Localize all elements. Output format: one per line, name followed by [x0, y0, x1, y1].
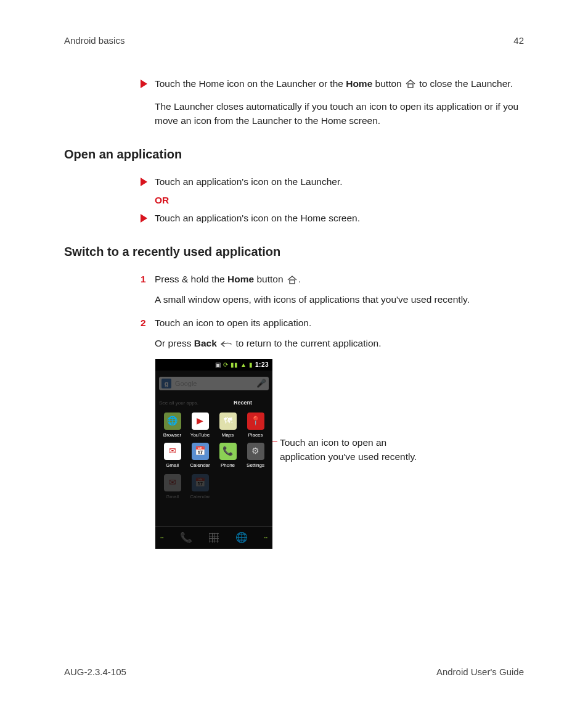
open-app-bullet-1: Touch an application's icon on the Launc… — [141, 174, 524, 189]
close-launcher-followup: The Launcher closes automatically if you… — [155, 99, 524, 128]
header-page-number: 42 — [513, 34, 524, 48]
dock-dots-icon: •• — [264, 534, 267, 541]
home-icon — [287, 276, 297, 284]
callout: Touch an icon to open an application you… — [272, 435, 434, 464]
phone-icon: 📞 — [219, 443, 237, 460]
text-fragment: Touch the Home icon on the Launcher or t… — [155, 78, 346, 89]
page-header: Android basics 42 — [64, 34, 524, 48]
dock-browser-icon: 🌐 — [235, 530, 248, 545]
text-fragment: Press & hold the — [155, 274, 227, 284]
maps-icon: 🗺 — [219, 413, 237, 430]
open-app-text-2: Touch an application's icon on the Home … — [155, 211, 524, 225]
phone-screenshot: ▣ ⟳ ▮▮ ▲ ▮ 1:23 g Google 🎤 See all your … — [155, 359, 272, 549]
footer-right: Android User's Guide — [436, 665, 524, 679]
mic-icon: 🎤 — [256, 377, 266, 390]
app-maps: 🗺Maps — [214, 413, 241, 439]
app-label: Phone — [221, 462, 235, 469]
close-launcher-bullet: Touch the Home icon on the Launcher or t… — [141, 76, 524, 91]
text-fragment: button — [372, 78, 404, 89]
browser-icon: 🌐 — [164, 413, 181, 430]
step-2: 2 Touch an icon to open its application. — [141, 316, 524, 330]
step-1-text: Press & hold the Home button . — [155, 272, 524, 286]
text-fragment: Or press — [155, 338, 194, 348]
app-calendar: 📅Calendar — [187, 443, 213, 469]
close-launcher-block: Touch the Home icon on the Launcher or t… — [141, 76, 524, 128]
red-triangle-icon — [141, 214, 147, 223]
gmail-icon: ✉ — [164, 443, 181, 460]
phone-statusbar: ▣ ⟳ ▮▮ ▲ ▮ 1:23 — [155, 359, 272, 371]
dock-dots-icon: •• — [160, 534, 164, 541]
document-page: Android basics 42 Touch the Home icon on… — [0, 0, 588, 706]
app-places: 📍Places — [242, 413, 269, 439]
app-label: Gmail — [166, 493, 179, 501]
app-label: YouTube — [190, 432, 210, 439]
status-battery-icon: ▮ — [249, 360, 253, 369]
text-fragment: . — [298, 274, 301, 284]
text-bold: Home — [346, 78, 372, 89]
heading-open-app: Open an application — [64, 145, 524, 163]
open-app-bullet-2: Touch an application's icon on the Home … — [141, 211, 524, 225]
app-dim-gmail: ✉Gmail — [159, 474, 186, 501]
header-section: Android basics — [64, 34, 125, 48]
app-dim-calendar: 📅Calendar — [187, 474, 213, 501]
app-settings: ⚙Settings — [242, 443, 269, 469]
recent-header: See all your apps. Recent — [159, 399, 269, 408]
or-label: OR — [155, 193, 524, 207]
calendar-icon: 📅 — [192, 474, 209, 491]
youtube-icon: ▶ — [192, 413, 209, 430]
open-app-block: Touch an application's icon on the Launc… — [141, 174, 524, 225]
footer-left: AUG-2.3.4-105 — [64, 665, 126, 679]
status-wifi-icon: ▲ — [240, 360, 247, 369]
gmail-icon: ✉ — [164, 474, 181, 491]
status-sync-icon: ⟳ — [223, 360, 228, 369]
callout-line — [272, 441, 277, 441]
settings-icon: ⚙ — [247, 443, 264, 460]
back-icon — [221, 340, 232, 348]
google-badge-icon: g — [161, 379, 171, 388]
status-icon: ▣ — [215, 360, 221, 369]
svg-rect-1 — [290, 280, 295, 284]
app-label: Calendar — [190, 462, 210, 469]
svg-rect-0 — [408, 84, 413, 88]
app-youtube: ▶YouTube — [187, 413, 213, 439]
step-number: 1 — [141, 272, 155, 286]
dim-apps-row: ✉Gmail 📅Calendar — [159, 474, 269, 501]
switch-app-block: 1 Press & hold the Home button . A small… — [141, 272, 524, 350]
step-number: 2 — [141, 316, 155, 330]
step-1-followup: A small window opens, with icons of appl… — [155, 292, 524, 306]
step-2-text: Touch an icon to open its application. — [155, 316, 524, 330]
app-label: Settings — [247, 462, 264, 469]
text-fragment: to return to the current application. — [233, 338, 381, 348]
close-launcher-text: Touch the Home icon on the Launcher or t… — [155, 76, 524, 91]
app-phone: 📞Phone — [214, 443, 241, 469]
recent-apps-grid: 🌐Browser ▶YouTube 🗺Maps 📍Places ✉Gmail 📅… — [159, 413, 269, 469]
phone-screenshot-area: ▣ ⟳ ▮▮ ▲ ▮ 1:23 g Google 🎤 See all your … — [155, 359, 524, 549]
app-browser: 🌐Browser — [159, 413, 186, 439]
search-placeholder: Google — [175, 379, 256, 389]
red-triangle-icon — [141, 178, 147, 186]
text-fragment: button — [254, 274, 286, 284]
app-gmail: ✉Gmail — [159, 443, 186, 469]
phone-body: g Google 🎤 See all your apps. Recent 🌐Br… — [155, 371, 272, 526]
callout-text: Touch an icon to open an application you… — [280, 435, 434, 464]
open-app-text-1: Touch an application's icon on the Launc… — [155, 174, 524, 189]
app-label: Gmail — [166, 462, 179, 469]
see-all-hint: See all your apps. — [159, 400, 198, 407]
home-icon — [406, 80, 415, 88]
status-signal-icon: ▮▮ — [231, 360, 238, 369]
text-bold: Back — [194, 338, 217, 348]
heading-switch-app: Switch to a recently used application — [64, 242, 524, 261]
places-icon: 📍 — [247, 413, 264, 430]
app-label: Browser — [163, 432, 181, 439]
text-fragment: to close the Launcher. — [417, 78, 513, 89]
dock-phone-icon: 📞 — [180, 530, 192, 545]
phone-search-bar: g Google 🎤 — [159, 377, 269, 390]
text-bold: Home — [227, 274, 254, 284]
step-1: 1 Press & hold the Home button . — [141, 272, 524, 286]
app-label: Calendar — [190, 493, 210, 501]
app-label: Places — [248, 432, 263, 439]
red-triangle-icon — [141, 80, 147, 88]
recent-title: Recent — [234, 399, 252, 408]
page-footer: AUG-2.3.4-105 Android User's Guide — [64, 665, 524, 679]
step-2-followup: Or press Back to return to the current a… — [155, 336, 524, 350]
